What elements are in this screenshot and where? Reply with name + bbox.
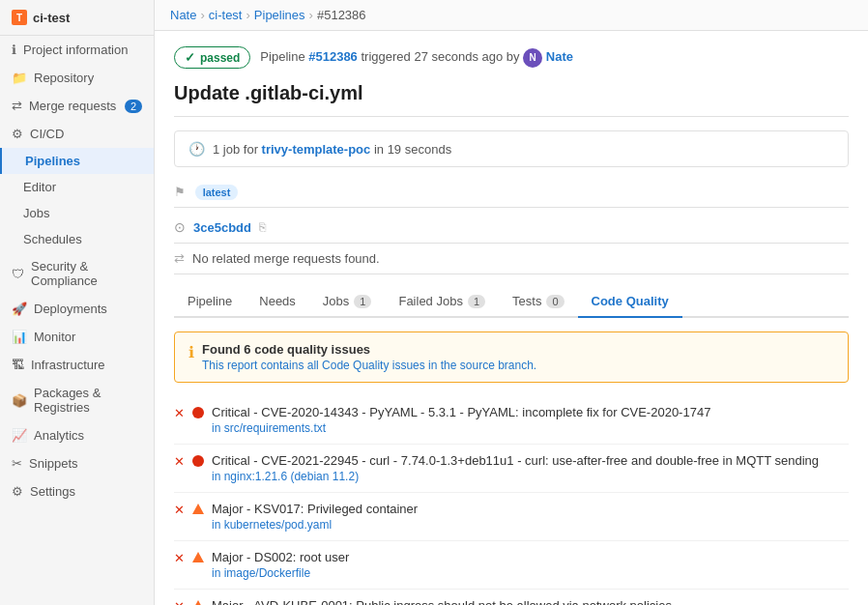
pipeline-number: #512386 bbox=[308, 49, 358, 64]
sidebar-item-label: Editor bbox=[23, 180, 56, 194]
tab-tests[interactable]: Tests 0 bbox=[499, 286, 577, 318]
job-count: 1 bbox=[213, 142, 219, 157]
tab-jobs[interactable]: Jobs 1 bbox=[309, 286, 386, 318]
sidebar-item-jobs[interactable]: Jobs bbox=[0, 200, 154, 226]
commit-hash[interactable]: 3ce5cbdd bbox=[193, 220, 251, 235]
info-circle-icon: ℹ bbox=[188, 343, 194, 361]
content-area: ✓ passed Pipeline #512386 triggered 27 s… bbox=[155, 31, 868, 605]
copy-icon[interactable]: ⎘ bbox=[259, 220, 266, 234]
sidebar-item-infrastructure[interactable]: 🏗 Infrastructure bbox=[0, 351, 154, 379]
tab-needs[interactable]: Needs bbox=[246, 286, 309, 318]
sidebar-item-packages-registries[interactable]: 📦 Packages & Registries bbox=[0, 379, 154, 421]
sidebar-item-label: Security & Compliance bbox=[31, 259, 142, 288]
job-for: trivy-template-poc bbox=[262, 142, 371, 157]
sidebar-item-monitor[interactable]: 📊 Monitor bbox=[0, 323, 154, 351]
issue-x-icon: ✕ bbox=[174, 454, 185, 469]
breadcrumb-ci-test[interactable]: ci-test bbox=[209, 8, 243, 22]
project-info-icon: ℹ bbox=[12, 43, 16, 57]
sidebar-item-settings[interactable]: ⚙ Settings bbox=[0, 477, 154, 505]
sidebar-item-label: Deployments bbox=[34, 302, 107, 316]
status-label: passed bbox=[200, 51, 240, 65]
sidebar-item-label: Analytics bbox=[34, 428, 84, 443]
issue-x-icon: ✕ bbox=[174, 599, 185, 605]
analytics-icon: 📈 bbox=[12, 428, 27, 443]
packages-icon: 📦 bbox=[12, 393, 27, 408]
sidebar-app-header[interactable]: T ci-test bbox=[0, 0, 154, 36]
major-severity-icon bbox=[192, 552, 204, 562]
main-content: Nate › ci-test › Pipelines › #512386 ✓ p… bbox=[155, 0, 868, 605]
sidebar-item-label: Snippets bbox=[29, 456, 78, 471]
issue-x-icon: ✕ bbox=[174, 406, 185, 420]
sidebar-item-analytics[interactable]: 📈 Analytics bbox=[0, 421, 154, 449]
tab-failed-jobs[interactable]: Failed Jobs 1 bbox=[385, 286, 499, 318]
tab-jobs-count: 1 bbox=[354, 295, 371, 308]
issue-location[interactable]: in image/Dockerfile bbox=[212, 566, 349, 580]
breadcrumb-nate[interactable]: Nate bbox=[170, 8, 196, 22]
app-name: ci-test bbox=[33, 11, 70, 25]
issue-item: ✕ Major - KSV017: Privileged container i… bbox=[174, 493, 849, 541]
issue-title: Major - KSV017: Privileged container bbox=[212, 502, 418, 516]
sidebar-item-label: Settings bbox=[30, 484, 75, 499]
sidebar-item-project-information[interactable]: ℹ Project information bbox=[0, 36, 154, 64]
tab-code-quality[interactable]: Code Quality bbox=[578, 286, 682, 318]
status-badge: ✓ passed bbox=[174, 46, 250, 69]
sidebar-item-label: Schedules bbox=[23, 232, 82, 246]
issue-x-icon: ✕ bbox=[174, 503, 185, 517]
breadcrumb-current: #512386 bbox=[317, 8, 366, 22]
merge-request-icon: ⇄ bbox=[174, 251, 185, 266]
issue-location[interactable]: in kubernetes/pod.yaml bbox=[212, 518, 418, 532]
cq-issue-subtitle: This report contains all Code Quality is… bbox=[202, 359, 536, 372]
sidebar-item-label: Infrastructure bbox=[31, 358, 105, 372]
breadcrumb-sep-3: › bbox=[309, 8, 313, 22]
breadcrumb-pipelines[interactable]: Pipelines bbox=[254, 8, 305, 22]
app-icon: T bbox=[12, 10, 27, 25]
sidebar-item-label: Pipelines bbox=[25, 154, 80, 168]
cicd-icon: ⚙ bbox=[12, 127, 23, 141]
issue-item: ✕ Critical - CVE-2020-14343 - PyYAML - 5… bbox=[174, 396, 849, 445]
infrastructure-icon: 🏗 bbox=[12, 358, 24, 372]
pipeline-status-row: ✓ passed Pipeline #512386 triggered 27 s… bbox=[174, 46, 849, 69]
issue-location[interactable]: in nginx:1.21.6 (debian 11.2) bbox=[212, 470, 819, 483]
issue-title: Major - AVD-KUBE-0001: Public ingress sh… bbox=[212, 598, 672, 605]
tab-pipeline[interactable]: Pipeline bbox=[174, 286, 246, 318]
critical-severity-icon bbox=[192, 455, 204, 467]
no-mr-text: No related merge requests found. bbox=[192, 251, 380, 266]
tag-row: ⚑ latest bbox=[174, 177, 849, 208]
avatar: N bbox=[523, 48, 542, 68]
sidebar-item-label: Monitor bbox=[34, 330, 75, 344]
sidebar-item-deployments[interactable]: 🚀 Deployments bbox=[0, 295, 154, 323]
cq-issue-count-title: Found 6 code quality issues bbox=[202, 342, 536, 357]
breadcrumb: Nate › ci-test › Pipelines › #512386 bbox=[155, 0, 868, 31]
issue-item: ✕ Critical - CVE-2021-22945 - curl - 7.7… bbox=[174, 445, 849, 493]
sidebar-item-snippets[interactable]: ✂ Snippets bbox=[0, 449, 154, 477]
issue-item: ✕ Major - DS002: root user in image/Dock… bbox=[174, 541, 849, 590]
sidebar-item-security-compliance[interactable]: 🛡 Security & Compliance bbox=[0, 252, 154, 295]
sidebar-item-pipelines[interactable]: Pipelines bbox=[0, 148, 154, 174]
no-mr-row: ⇄ No related merge requests found. bbox=[174, 244, 849, 274]
job-duration: 19 seconds bbox=[388, 142, 452, 157]
sidebar: T ci-test ℹ Project information 📁 Reposi… bbox=[0, 0, 155, 605]
sidebar-item-label: Jobs bbox=[23, 206, 49, 220]
tab-failed-jobs-count: 1 bbox=[468, 295, 485, 308]
deployments-icon: 🚀 bbox=[12, 302, 27, 316]
triggered-by: Nate bbox=[546, 49, 573, 64]
breadcrumb-sep-1: › bbox=[200, 8, 204, 22]
sidebar-item-cicd[interactable]: ⚙ CI/CD bbox=[0, 120, 154, 148]
monitor-icon: 📊 bbox=[12, 330, 27, 344]
clock-icon: 🕐 bbox=[188, 141, 205, 157]
issue-title: Critical - CVE-2021-22945 - curl - 7.74.… bbox=[212, 453, 819, 468]
pipeline-meta: Pipeline #512386 triggered 27 seconds ag… bbox=[260, 48, 573, 68]
sidebar-item-repository[interactable]: 📁 Repository bbox=[0, 64, 154, 92]
status-check-icon: ✓ bbox=[185, 50, 195, 65]
major-severity-icon bbox=[192, 600, 204, 605]
sidebar-item-merge-requests[interactable]: ⇄ Merge requests 2 bbox=[0, 92, 154, 120]
tab-tests-count: 0 bbox=[546, 295, 564, 308]
commit-icon: ⊙ bbox=[174, 219, 186, 235]
sidebar-item-editor[interactable]: Editor bbox=[0, 174, 154, 200]
issue-location[interactable]: in src/requirements.txt bbox=[212, 421, 710, 435]
repository-icon: 📁 bbox=[12, 71, 27, 85]
issue-title: Critical - CVE-2020-14343 - PyYAML - 5.3… bbox=[212, 405, 710, 419]
issue-title: Major - DS002: root user bbox=[212, 550, 349, 564]
tabs-bar: Pipeline Needs Jobs 1 Failed Jobs 1 Test… bbox=[174, 286, 849, 318]
sidebar-item-schedules[interactable]: Schedules bbox=[0, 226, 154, 252]
